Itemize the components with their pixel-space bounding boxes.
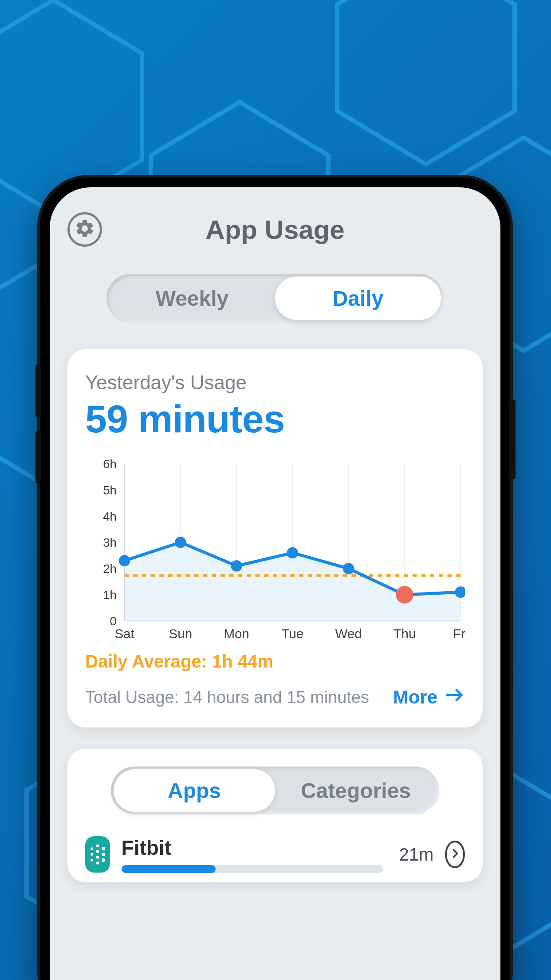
svg-text:3h: 3h	[103, 536, 117, 549]
usage-label: Yesterday's Usage	[85, 371, 465, 394]
svg-point-27	[231, 560, 242, 572]
svg-point-45	[96, 856, 99, 859]
gear-icon	[74, 218, 95, 241]
svg-point-40	[91, 847, 93, 850]
svg-text:Fri: Fri	[453, 626, 465, 641]
svg-text:Wed: Wed	[335, 626, 362, 641]
phone-power-button	[509, 399, 516, 479]
arrow-right-icon	[445, 685, 465, 710]
phone-volume-down	[35, 431, 41, 484]
svg-text:Mon: Mon	[224, 626, 249, 641]
phone-screen: App Usage Weekly Daily Yesterday's Usage…	[50, 187, 500, 980]
svg-point-44	[96, 850, 99, 853]
svg-text:Sun: Sun	[169, 626, 192, 641]
more-label: More	[393, 687, 437, 708]
usage-card: Yesterday's Usage 59 minutes 01h2h3h4h5h…	[67, 349, 483, 727]
svg-point-47	[102, 847, 105, 850]
daily-average: Daily Average: 1h 44m	[85, 652, 465, 672]
svg-point-42	[91, 859, 93, 861]
svg-text:Sat: Sat	[114, 626, 134, 641]
page-title: App Usage	[67, 214, 483, 245]
svg-text:Tue: Tue	[281, 626, 303, 641]
chevron-right-icon	[449, 847, 461, 861]
svg-text:1h: 1h	[103, 588, 117, 602]
more-button[interactable]: More	[393, 685, 465, 710]
tab-weekly[interactable]: Weekly	[109, 277, 275, 320]
usage-value: 59 minutes	[85, 396, 465, 442]
settings-button[interactable]	[67, 212, 102, 247]
usage-chart: 01h2h3h4h5h6hSatSunMonTueWedThuFri	[85, 459, 465, 643]
svg-text:0: 0	[110, 614, 117, 628]
svg-point-29	[343, 563, 354, 574]
fitbit-icon	[85, 836, 110, 873]
svg-point-43	[96, 844, 99, 847]
tab-daily[interactable]: Daily	[275, 277, 441, 320]
svg-point-30	[396, 586, 413, 603]
svg-point-26	[175, 537, 186, 548]
total-usage: Total Usage: 14 hours and 15 minutes	[85, 688, 369, 707]
svg-point-48	[102, 853, 105, 856]
phone-frame: App Usage Weekly Daily Yesterday's Usage…	[40, 178, 510, 980]
svg-text:4h: 4h	[103, 510, 117, 523]
svg-point-46	[96, 861, 99, 865]
svg-point-41	[91, 853, 93, 856]
svg-point-25	[119, 555, 130, 566]
svg-point-28	[287, 547, 299, 559]
apps-card: Apps Categories Fitbit	[67, 749, 483, 882]
svg-text:Thu: Thu	[393, 626, 416, 641]
app-time: 21m	[399, 845, 434, 865]
tab-categories[interactable]: Categories	[275, 769, 437, 812]
view-toggle: Weekly Daily	[106, 274, 444, 323]
svg-marker-2	[337, 0, 515, 164]
app-name: Fitbit	[122, 836, 383, 860]
tab-apps[interactable]: Apps	[114, 769, 275, 812]
svg-text:6h: 6h	[103, 459, 117, 471]
app-list-item[interactable]: Fitbit 21m	[85, 836, 465, 882]
app-detail-button[interactable]	[445, 841, 465, 868]
app-usage-bar	[122, 865, 383, 873]
svg-text:2h: 2h	[103, 562, 117, 576]
phone-volume-up	[35, 364, 41, 417]
svg-point-49	[102, 858, 105, 862]
app-header: App Usage	[67, 209, 483, 249]
list-toggle: Apps Categories	[111, 767, 439, 814]
svg-text:5h: 5h	[103, 483, 117, 497]
